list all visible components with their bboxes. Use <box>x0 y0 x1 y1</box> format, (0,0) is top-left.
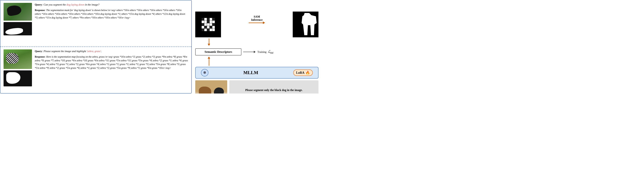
example2-images <box>4 49 32 91</box>
segmented-dog-box <box>293 12 318 37</box>
px-cell <box>210 23 212 26</box>
px-cell <box>207 29 210 31</box>
diagram-top-row: SAM Inference <box>195 2 318 37</box>
arrow-up-row <box>195 57 318 66</box>
px-cell <box>210 26 212 29</box>
loss-symbol: ℒ <box>268 50 270 54</box>
px-cell <box>202 18 204 21</box>
px-cell <box>204 18 207 21</box>
training-line <box>243 52 254 52</box>
semantic-col: Semantic Descriptors <box>195 48 242 56</box>
training-arrow <box>243 51 256 53</box>
loss-label: ℒtxt <box>268 49 273 55</box>
px-cell <box>212 29 215 31</box>
mllm-box: ❄ MLLM LoRA 🔥 <box>195 67 318 79</box>
loss-subscript: txt <box>270 51 273 54</box>
fire-icon: 🔥 <box>306 71 310 75</box>
pixel-grid <box>202 18 215 31</box>
example-row-1: Query: Can you segment the dog laying do… <box>0 0 191 47</box>
query-highlight-1: dog laying down <box>66 3 84 6</box>
training-label: Training <box>258 51 266 54</box>
px-cell <box>204 23 207 26</box>
px-cell <box>207 26 210 29</box>
left-panel: Query: Can you segment the dog laying do… <box>0 0 192 94</box>
query-text-2: : Please segment the image and highlight <box>42 50 87 53</box>
right-panel: SAM Inference Semantic Descriptors <box>192 0 322 94</box>
query-text-1: : Can you segment the <box>42 3 66 6</box>
px-cell <box>210 29 212 31</box>
px-cell <box>207 18 210 21</box>
snowflake-icon: ❄ <box>203 70 206 75</box>
query-suffix-2: . <box>101 50 102 53</box>
example1-images <box>4 3 32 44</box>
arrow-down-row <box>195 38 318 46</box>
px-cell <box>210 18 212 21</box>
example2-text: Query: Please segment the image and high… <box>35 49 188 91</box>
snowflake-badge: ❄ <box>201 69 208 76</box>
lora-badge: LoRA 🔥 <box>293 70 313 76</box>
arrow-down-container <box>208 38 210 46</box>
px-cell <box>204 29 207 31</box>
example-row-2: Query: Please segment the image and high… <box>0 47 191 93</box>
px-cell <box>212 18 215 21</box>
px-cell <box>202 26 204 29</box>
example1-response: Response: The segmentation mask for 'dog… <box>35 8 188 20</box>
response-text-1: : The segmentation mask for 'dog laying … <box>35 9 185 19</box>
prompt-text: Please segment only the black dog in the… <box>245 88 302 92</box>
mllm-row: ❄ MLLM LoRA 🔥 <box>195 67 318 79</box>
px-cell <box>210 21 212 23</box>
response-label-1: Response <box>35 9 45 12</box>
response-text-2: : Here is the segmentation map focusing … <box>35 56 188 69</box>
dog-photo-image <box>4 3 32 21</box>
query-label-2: Query <box>35 50 42 53</box>
training-col: Training ℒtxt <box>243 49 273 55</box>
px-cell <box>207 23 210 26</box>
arrow-down-head <box>208 44 210 46</box>
px-cell <box>212 21 215 23</box>
px-cell <box>202 23 204 26</box>
query-suffix-1: in the image? <box>84 3 100 6</box>
example1-text: Query: Can you segment the dog laying do… <box>35 3 188 44</box>
px-cell <box>204 21 207 23</box>
example1-query: Query: Can you segment the dog laying do… <box>35 3 188 7</box>
px-cell <box>204 26 207 29</box>
diagram-container: SAM Inference Semantic Descriptors <box>195 2 318 94</box>
semantic-descriptors-box: Semantic Descriptors <box>195 48 242 56</box>
zebra-mask-image <box>4 70 32 86</box>
query-label-1: Query <box>35 3 42 6</box>
sam-arrow <box>249 22 265 24</box>
arrow-up-head <box>208 57 210 59</box>
feature-map-box <box>195 12 221 37</box>
px-cell <box>207 21 210 23</box>
px-cell <box>202 21 204 23</box>
text-prompt-box: Please segment only the black dog in the… <box>229 80 318 94</box>
arrow-head <box>263 22 265 24</box>
sam-label-line2: Inference <box>251 18 263 22</box>
example2-response: Response: Here is the segmentation map f… <box>35 55 188 70</box>
px-cell <box>212 26 215 29</box>
example2-query: Query: Please segment the image and high… <box>35 49 188 53</box>
px-cell <box>212 23 215 26</box>
px-cell <box>202 29 204 31</box>
training-arrowhead <box>254 51 256 53</box>
black-dog-silhouette <box>213 86 225 94</box>
dogs-input-image <box>195 80 227 94</box>
mllm-label: MLLM <box>212 70 290 75</box>
sam-label-line1: SAM <box>254 15 260 18</box>
query-highlight-2: 'zebra, grass' <box>87 50 101 53</box>
zebra-photo-image <box>4 49 32 69</box>
arrow-down-line <box>209 38 209 44</box>
arrow-up-line <box>209 59 209 66</box>
lora-label: LoRA <box>296 71 304 75</box>
arrow-up-container <box>208 57 210 66</box>
response-label-2: Response <box>35 56 45 58</box>
sam-inference-section: SAM Inference <box>221 15 293 24</box>
semantic-row: Semantic Descriptors Training ℒtxt <box>195 48 318 56</box>
bottom-row: Please segment only the black dog in the… <box>195 80 318 94</box>
semantic-descriptors-label: Semantic Descriptors <box>204 50 232 54</box>
arrow-line <box>249 23 263 23</box>
dog-mask-image <box>4 22 32 35</box>
